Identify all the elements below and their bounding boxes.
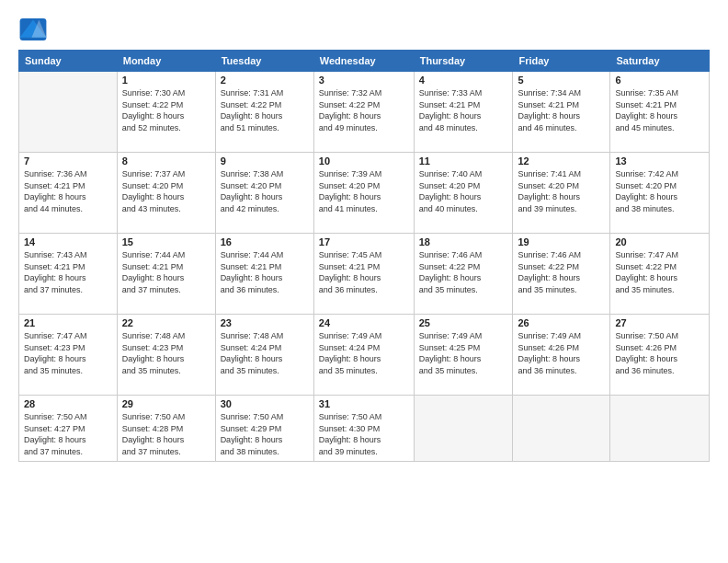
day-info: Sunrise: 7:46 AM Sunset: 4:22 PM Dayligh…: [518, 249, 605, 295]
day-number: 19: [518, 236, 605, 247]
day-info: Sunrise: 7:50 AM Sunset: 4:28 PM Dayligh…: [122, 411, 210, 457]
day-info: Sunrise: 7:49 AM Sunset: 4:24 PM Dayligh…: [319, 330, 409, 376]
calendar-cell: 5Sunrise: 7:34 AM Sunset: 4:21 PM Daylig…: [513, 72, 610, 153]
day-number: 30: [221, 398, 309, 409]
calendar-cell: 20Sunrise: 7:47 AM Sunset: 4:22 PM Dayli…: [610, 234, 710, 315]
day-number: 2: [221, 75, 309, 86]
col-header-saturday: Saturday: [610, 51, 710, 72]
day-number: 1: [122, 75, 210, 86]
day-number: 13: [615, 155, 704, 167]
col-header-wednesday: Wednesday: [313, 51, 414, 72]
day-number: 15: [122, 236, 210, 247]
calendar-cell: [513, 396, 610, 462]
week-row-1: 1Sunrise: 7:30 AM Sunset: 4:22 PM Daylig…: [19, 72, 710, 153]
day-number: 3: [319, 75, 409, 86]
calendar-header-row: SundayMondayTuesdayWednesdayThursdayFrid…: [19, 51, 710, 72]
day-number: 16: [221, 236, 309, 247]
calendar-cell: 11Sunrise: 7:40 AM Sunset: 4:20 PM Dayli…: [414, 153, 513, 234]
day-info: Sunrise: 7:49 AM Sunset: 4:25 PM Dayligh…: [419, 330, 508, 376]
day-info: Sunrise: 7:44 AM Sunset: 4:21 PM Dayligh…: [221, 249, 309, 295]
day-info: Sunrise: 7:33 AM Sunset: 4:21 PM Dayligh…: [419, 87, 508, 133]
page: SundayMondayTuesdayWednesdayThursdayFrid…: [0, 0, 728, 563]
day-number: 18: [419, 236, 508, 247]
calendar-cell: 18Sunrise: 7:46 AM Sunset: 4:22 PM Dayli…: [414, 234, 513, 315]
day-number: 24: [319, 317, 409, 328]
day-number: 29: [122, 398, 210, 409]
calendar-cell: 15Sunrise: 7:44 AM Sunset: 4:21 PM Dayli…: [117, 234, 215, 315]
day-info: Sunrise: 7:34 AM Sunset: 4:21 PM Dayligh…: [518, 87, 605, 133]
calendar-cell: 27Sunrise: 7:50 AM Sunset: 4:26 PM Dayli…: [610, 315, 710, 396]
day-number: 8: [122, 155, 210, 167]
day-info: Sunrise: 7:50 AM Sunset: 4:26 PM Dayligh…: [615, 330, 704, 376]
calendar-cell: 29Sunrise: 7:50 AM Sunset: 4:28 PM Dayli…: [117, 396, 215, 462]
day-info: Sunrise: 7:50 AM Sunset: 4:30 PM Dayligh…: [319, 411, 409, 457]
day-number: 5: [518, 75, 605, 86]
calendar-cell: 2Sunrise: 7:31 AM Sunset: 4:22 PM Daylig…: [215, 72, 313, 153]
day-number: 11: [419, 155, 508, 167]
calendar-cell: 31Sunrise: 7:50 AM Sunset: 4:30 PM Dayli…: [313, 396, 414, 462]
calendar-cell: 10Sunrise: 7:39 AM Sunset: 4:20 PM Dayli…: [313, 153, 414, 234]
day-info: Sunrise: 7:48 AM Sunset: 4:24 PM Dayligh…: [221, 330, 309, 376]
day-info: Sunrise: 7:35 AM Sunset: 4:21 PM Dayligh…: [615, 87, 704, 133]
col-header-friday: Friday: [513, 51, 610, 72]
day-info: Sunrise: 7:42 AM Sunset: 4:20 PM Dayligh…: [615, 168, 704, 214]
calendar-cell: 6Sunrise: 7:35 AM Sunset: 4:21 PM Daylig…: [610, 72, 710, 153]
day-number: 4: [419, 75, 508, 86]
day-number: 9: [221, 155, 309, 167]
calendar-cell: 14Sunrise: 7:43 AM Sunset: 4:21 PM Dayli…: [19, 234, 118, 315]
day-number: 12: [518, 155, 605, 167]
calendar-cell: 7Sunrise: 7:36 AM Sunset: 4:21 PM Daylig…: [19, 153, 118, 234]
calendar-cell: [19, 72, 118, 153]
col-header-monday: Monday: [117, 51, 215, 72]
header: [18, 17, 710, 42]
calendar-cell: 8Sunrise: 7:37 AM Sunset: 4:20 PM Daylig…: [117, 153, 215, 234]
day-info: Sunrise: 7:39 AM Sunset: 4:20 PM Dayligh…: [319, 168, 409, 214]
day-info: Sunrise: 7:50 AM Sunset: 4:27 PM Dayligh…: [24, 411, 112, 457]
day-info: Sunrise: 7:44 AM Sunset: 4:21 PM Dayligh…: [122, 249, 210, 295]
day-info: Sunrise: 7:43 AM Sunset: 4:21 PM Dayligh…: [24, 249, 112, 295]
col-header-sunday: Sunday: [19, 51, 118, 72]
day-number: 14: [24, 236, 112, 247]
day-number: 25: [419, 317, 508, 328]
week-row-2: 7Sunrise: 7:36 AM Sunset: 4:21 PM Daylig…: [19, 153, 710, 234]
day-info: Sunrise: 7:46 AM Sunset: 4:22 PM Dayligh…: [419, 249, 508, 295]
calendar-cell: 25Sunrise: 7:49 AM Sunset: 4:25 PM Dayli…: [414, 315, 513, 396]
day-number: 26: [518, 317, 605, 328]
calendar-cell: 13Sunrise: 7:42 AM Sunset: 4:20 PM Dayli…: [610, 153, 710, 234]
day-info: Sunrise: 7:47 AM Sunset: 4:23 PM Dayligh…: [24, 330, 112, 376]
day-number: 7: [24, 155, 112, 167]
calendar-cell: 16Sunrise: 7:44 AM Sunset: 4:21 PM Dayli…: [215, 234, 313, 315]
calendar-cell: 28Sunrise: 7:50 AM Sunset: 4:27 PM Dayli…: [19, 396, 118, 462]
calendar-cell: 19Sunrise: 7:46 AM Sunset: 4:22 PM Dayli…: [513, 234, 610, 315]
day-info: Sunrise: 7:45 AM Sunset: 4:21 PM Dayligh…: [319, 249, 409, 295]
day-number: 28: [24, 398, 112, 409]
calendar-cell: 23Sunrise: 7:48 AM Sunset: 4:24 PM Dayli…: [215, 315, 313, 396]
col-header-thursday: Thursday: [414, 51, 513, 72]
calendar-cell: 26Sunrise: 7:49 AM Sunset: 4:26 PM Dayli…: [513, 315, 610, 396]
logo: [18, 17, 51, 42]
day-info: Sunrise: 7:31 AM Sunset: 4:22 PM Dayligh…: [221, 87, 309, 133]
calendar-cell: 22Sunrise: 7:48 AM Sunset: 4:23 PM Dayli…: [117, 315, 215, 396]
day-info: Sunrise: 7:30 AM Sunset: 4:22 PM Dayligh…: [122, 87, 210, 133]
day-number: 27: [615, 317, 704, 328]
week-row-5: 28Sunrise: 7:50 AM Sunset: 4:27 PM Dayli…: [19, 396, 710, 462]
day-info: Sunrise: 7:49 AM Sunset: 4:26 PM Dayligh…: [518, 330, 605, 376]
day-info: Sunrise: 7:32 AM Sunset: 4:22 PM Dayligh…: [319, 87, 409, 133]
calendar-cell: 9Sunrise: 7:38 AM Sunset: 4:20 PM Daylig…: [215, 153, 313, 234]
day-number: 20: [615, 236, 704, 247]
day-number: 21: [24, 317, 112, 328]
day-number: 22: [122, 317, 210, 328]
day-number: 10: [319, 155, 409, 167]
calendar-cell: 24Sunrise: 7:49 AM Sunset: 4:24 PM Dayli…: [313, 315, 414, 396]
day-number: 23: [221, 317, 309, 328]
calendar-cell: [414, 396, 513, 462]
calendar-cell: 12Sunrise: 7:41 AM Sunset: 4:20 PM Dayli…: [513, 153, 610, 234]
calendar-cell: 3Sunrise: 7:32 AM Sunset: 4:22 PM Daylig…: [313, 72, 414, 153]
day-info: Sunrise: 7:36 AM Sunset: 4:21 PM Dayligh…: [24, 168, 112, 214]
calendar-cell: [610, 396, 710, 462]
calendar-cell: 4Sunrise: 7:33 AM Sunset: 4:21 PM Daylig…: [414, 72, 513, 153]
day-number: 31: [319, 398, 409, 409]
day-info: Sunrise: 7:41 AM Sunset: 4:20 PM Dayligh…: [518, 168, 605, 214]
logo-icon: [18, 17, 48, 42]
week-row-3: 14Sunrise: 7:43 AM Sunset: 4:21 PM Dayli…: [19, 234, 710, 315]
